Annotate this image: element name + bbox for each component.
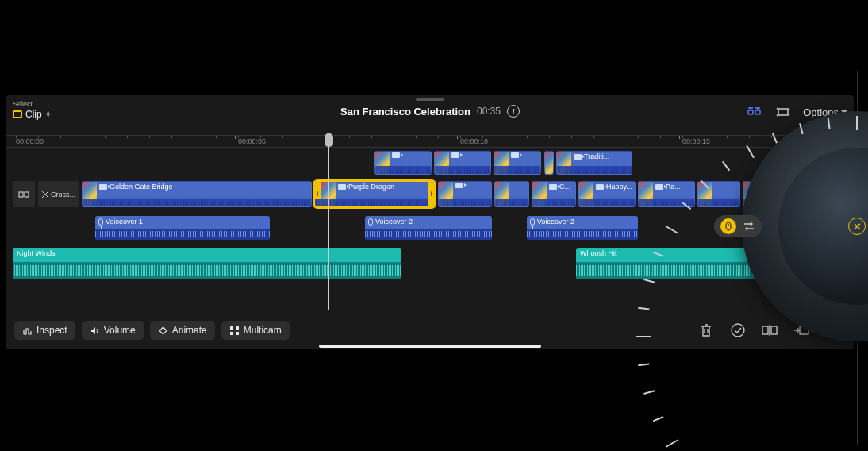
project-title: San Francisco Celebration (340, 106, 470, 118)
video-clip[interactable]: Golden Gate Bridge (82, 181, 312, 207)
svg-rect-11 (230, 332, 233, 335)
video-clip[interactable] (374, 151, 432, 175)
delete-button[interactable] (693, 322, 719, 338)
video-clip[interactable]: Traditi... (556, 151, 632, 175)
svg-rect-18 (826, 326, 840, 334)
ruler-mark: 00:00:10 (460, 137, 488, 145)
camera-icon (549, 184, 557, 190)
transition-clip[interactable]: Cross... (38, 181, 79, 207)
camera-icon (338, 184, 346, 190)
camera-icon (596, 184, 604, 190)
svg-rect-7 (19, 192, 23, 197)
select-clip-icon (13, 110, 22, 118)
ruler-mark: 00:00:05 (238, 137, 266, 145)
svg-rect-14 (762, 326, 768, 334)
jog-swap-icon (743, 221, 755, 232)
camera-icon (455, 183, 463, 188)
magnetic-timeline-icon[interactable] (746, 103, 763, 121)
video-clip[interactable] (743, 181, 779, 207)
overwrite-clip-button[interactable] (820, 323, 846, 337)
inspect-label: Inspect (36, 325, 67, 336)
select-mode-label: Select (13, 100, 52, 108)
multicam-label: Multicam (244, 325, 282, 336)
animate-button[interactable]: Animate (150, 321, 215, 340)
info-icon[interactable]: i (507, 105, 520, 118)
focus-timeline-icon[interactable] (774, 103, 792, 121)
select-mode-control[interactable]: Select Clip ▲▼ (13, 100, 52, 120)
svg-point-13 (732, 324, 744, 337)
multicam-button[interactable]: Multicam (221, 321, 290, 340)
camera-icon (655, 184, 663, 190)
svg-rect-9 (230, 326, 233, 330)
home-indicator (319, 345, 541, 348)
transition-label: Cross... (51, 191, 75, 199)
video-clip[interactable]: Pa... (638, 181, 695, 207)
voiceover-clip[interactable]: Voiceover 1 (95, 216, 270, 240)
track-header-icon[interactable] (13, 181, 35, 207)
camera-icon (574, 154, 582, 160)
jog-close-button[interactable]: ✕ (848, 218, 866, 235)
microphone-icon (530, 218, 535, 226)
clip-label: Happy... (606, 183, 632, 191)
video-clip[interactable] (544, 151, 554, 175)
camera-icon (511, 152, 519, 158)
ruler-mark: 00:00:15 (682, 137, 710, 145)
chevron-down-icon (841, 110, 847, 114)
timeline-topbar: Select Clip ▲▼ San Francisco Celebration… (6, 95, 854, 130)
audio-clip[interactable]: Whoosh Hit (576, 248, 854, 279)
select-mode-value: Clip (25, 109, 42, 120)
clip-label: Traditi... (584, 152, 609, 160)
options-label: Options (803, 106, 839, 118)
microphone-icon (368, 218, 373, 226)
voiceover-clip[interactable]: Voiceover 2 (365, 216, 492, 240)
playhead-knob-icon[interactable] (325, 133, 333, 147)
clip-label: C... (559, 183, 570, 191)
microphone-icon (98, 218, 103, 226)
timeline-ruler[interactable]: 00:00:00 00:00:05 00:00:10 00:00:15 (6, 135, 854, 148)
insert-clip-button[interactable] (789, 323, 814, 337)
clip-label: Purple Dragon (348, 183, 394, 191)
timeline-bottombar: Inspect Volume Animate Multicam (6, 316, 854, 345)
svg-rect-10 (236, 326, 239, 330)
stepper-icon: ▲▼ (45, 111, 52, 118)
svg-rect-12 (236, 332, 239, 335)
playhead[interactable] (328, 135, 329, 310)
video-clip[interactable] (494, 181, 529, 207)
options-menu-button[interactable]: Options (803, 106, 847, 118)
video-clip[interactable] (494, 151, 541, 175)
animate-label: Animate (172, 325, 207, 336)
voiceover-clip[interactable]: Voiceover 2 (527, 216, 638, 240)
audio-clip[interactable]: Night Winds (13, 248, 401, 279)
video-clip[interactable] (697, 181, 740, 207)
ruler-mark: 00:00:00 (16, 137, 44, 145)
trim-handle-right[interactable] (428, 182, 435, 206)
split-clip-button[interactable] (757, 323, 782, 337)
jog-mode-pill[interactable] (714, 215, 762, 237)
video-clip[interactable] (438, 181, 492, 207)
video-clip[interactable]: C... (532, 181, 576, 207)
volume-label: Volume (104, 325, 136, 336)
svg-rect-17 (800, 326, 808, 334)
svg-rect-8 (25, 192, 29, 197)
inspect-button[interactable]: Inspect (14, 321, 75, 340)
camera-icon (451, 152, 459, 158)
project-duration: 00:35 (477, 106, 501, 117)
video-clip[interactable] (434, 151, 491, 175)
jog-nudge-icon (720, 218, 736, 234)
enable-disable-button[interactable] (725, 322, 751, 338)
video-clip[interactable]: Happy... (578, 181, 636, 207)
clip-label: Night Winds (17, 249, 56, 257)
volume-button[interactable]: Volume (82, 321, 144, 340)
clip-label: Pa... (666, 183, 681, 191)
clip-label: Voiceover 2 (537, 218, 574, 226)
clip-label: Voiceover 1 (106, 218, 143, 226)
video-clip-selected[interactable]: Purple Dragon (314, 181, 435, 207)
clip-label: Golden Gate Bridge (109, 183, 173, 191)
svg-rect-0 (748, 110, 753, 114)
project-title-group: San Francisco Celebration 00:35 i (340, 105, 520, 118)
clip-label: Voiceover 2 (375, 218, 413, 226)
svg-rect-15 (771, 326, 777, 334)
clip-thumbnail (545, 152, 554, 174)
camera-icon (99, 184, 107, 190)
camera-icon (392, 152, 400, 158)
